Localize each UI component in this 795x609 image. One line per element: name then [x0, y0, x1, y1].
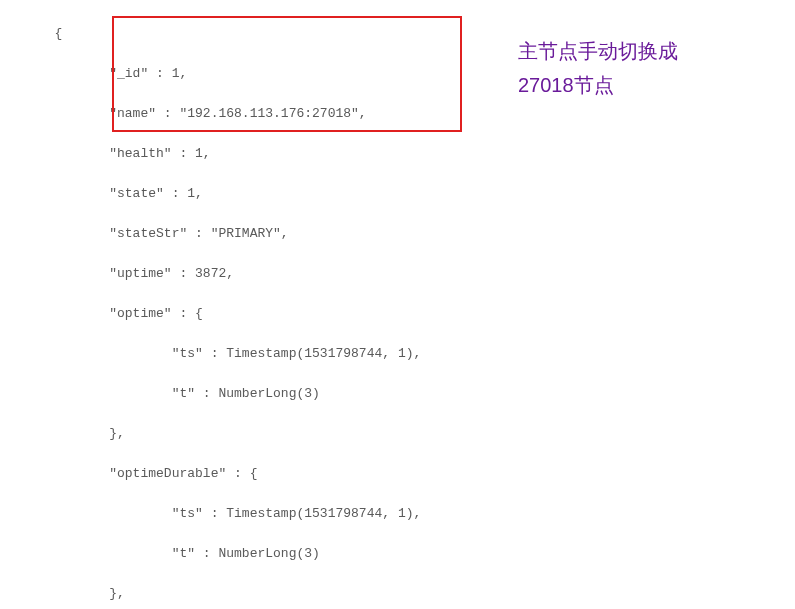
code-line-optimedurable-open: "optimeDurable" : {: [0, 464, 562, 484]
code-line-health: "health" : 1,: [0, 144, 562, 164]
code-line-uptime: "uptime" : 3872,: [0, 264, 562, 284]
code-line-statestr: "stateStr" : "PRIMARY",: [0, 224, 562, 244]
annotation-text: 主节点手动切换成 27018节点: [518, 34, 778, 102]
code-line-name: "name" : "192.168.113.176:27018",: [0, 104, 562, 124]
code-line-state: "state" : 1,: [0, 184, 562, 204]
annotation-line2: 27018节点: [518, 68, 778, 102]
code-line-closebrace2: },: [0, 584, 562, 604]
code-block: { "_id" : 1, "name" : "192.168.113.176:2…: [0, 4, 562, 609]
code-line: {: [0, 24, 562, 44]
code-line-ts2: "ts" : Timestamp(1531798744, 1),: [0, 504, 562, 524]
code-line-optime-open: "optime" : {: [0, 304, 562, 324]
code-line-t: "t" : NumberLong(3): [0, 384, 562, 404]
code-line-id: "_id" : 1,: [0, 64, 562, 84]
annotation-line1: 主节点手动切换成: [518, 34, 778, 68]
code-line-t2: "t" : NumberLong(3): [0, 544, 562, 564]
code-screenshot: { "_id" : 1, "name" : "192.168.113.176:2…: [0, 0, 795, 609]
code-line-ts: "ts" : Timestamp(1531798744, 1),: [0, 344, 562, 364]
code-line-closebrace: },: [0, 424, 562, 444]
